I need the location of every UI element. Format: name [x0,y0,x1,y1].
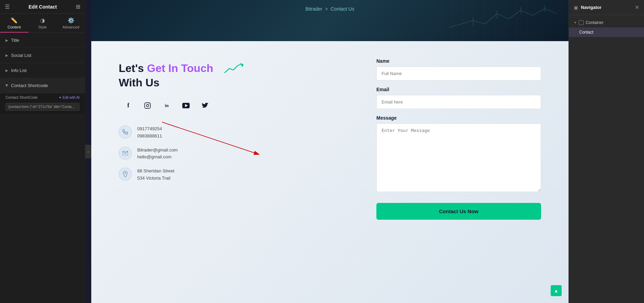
shortcode-field-row: Contact ShortCode ✦ Edit with AI [0,93,85,101]
form-group-message: Message [376,115,541,193]
facebook-icon[interactable]: f [122,99,134,112]
contact-heading: Let's Get In Touch With Us [119,62,356,89]
section-title-arrow: ▶ [5,38,8,42]
breadcrumb-home[interactable]: Bitrader [305,6,322,12]
scroll-up-button[interactable]: ▲ [551,285,562,296]
navigator-header: ▣ Navigator ✕ [569,0,644,15]
tab-content[interactable]: ✏️ Content [0,14,28,33]
advanced-tab-label: Advanced [62,25,79,29]
breadcrumb-separator: > [325,6,328,12]
phone-icon [119,125,132,138]
nav-contact-label: Contact [579,30,593,35]
name-input[interactable] [376,66,541,81]
message-label: Message [376,115,541,121]
hamburger-icon[interactable]: ☰ [5,3,10,10]
address-line2: 534 Victoria Trail [137,175,174,182]
collapse-panel-button[interactable]: ‹ [85,145,91,158]
section-title-label: Title [11,38,19,43]
email-text: Bitrader@gmail.com hello@gmail.com [137,147,178,161]
email-input[interactable] [376,95,541,109]
svg-rect-5 [145,103,151,109]
contact-title-part2: With Us [119,76,160,89]
contact-section: Let's Get In Touch With Us f in [91,41,569,303]
contact-title-part1: Let's [119,62,147,74]
section-social-list[interactable]: ▶ Social List [0,48,85,63]
message-textarea[interactable] [376,123,541,192]
phone-text: 0917749254 0983888611 [137,125,162,140]
panel-header-right-icons: ⊞ [76,3,80,10]
ai-icon: ✦ [59,96,61,99]
social-icons: f in [122,99,356,112]
section-social-arrow: ▶ [5,53,8,57]
left-contact-info: Let's Get In Touch With Us f in [119,58,356,182]
trend-icon [223,62,244,76]
advanced-tab-icon: ⚙️ [68,17,74,24]
address-text: 88 Sheridan Street 534 Victoria Trail [137,168,174,182]
tab-advanced[interactable]: ⚙️ Advanced [57,14,85,33]
style-tab-icon: ◑ [40,17,45,24]
section-info-arrow: ▶ [5,69,8,72]
submit-button[interactable]: Contact Us Now [376,203,541,220]
twitter-icon[interactable] [199,99,211,112]
navigator-close-button[interactable]: ✕ [635,4,639,11]
contact-title-highlight: Get In Touch [147,62,213,74]
info-item-email: Bitrader@gmail.com hello@gmail.com [119,147,356,161]
contact-form: Name Email Message Contact Us Now [376,58,541,220]
form-group-email: Email [376,87,541,109]
email-label: Email [376,87,541,92]
name-label: Name [376,58,541,64]
navigator-header-left: ▣ Navigator [574,5,601,10]
nav-item-container[interactable]: ▼ Container [569,18,644,27]
info-item-phone: 0917749254 0983888611 [119,125,356,140]
youtube-icon[interactable] [180,99,192,112]
info-list: 0917749254 0983888611 Bitrader@gmail.com… [119,125,356,182]
phone-line2: 0983888611 [137,133,162,140]
section-contact-shortcode[interactable]: ▶ Contact Shortcode [0,78,85,93]
section-contact-label: Contact Shortcode [11,83,48,88]
content-tab-label: Content [8,25,21,29]
breadcrumb-page[interactable]: Contact Us [330,6,354,12]
email-line2: hello@gmail.com [137,154,178,161]
section-info-list[interactable]: ▶ Info List [0,63,85,78]
nav-container-icon [579,20,584,25]
grid-icon[interactable]: ⊞ [76,3,80,10]
nav-item-contact[interactable]: Contact [569,27,644,37]
tab-bar: ✏️ Content ◑ Style ⚙️ Advanced [0,14,85,33]
shortcode-label: Contact ShortCode [5,95,38,99]
address-line1: 88 Sheridan Street [137,168,174,175]
location-icon [119,168,132,181]
info-item-address: 88 Sheridan Street 534 Victoria Trail [119,168,356,182]
form-group-name: Name [376,58,541,81]
edit-with-ai-button[interactable]: ✦ Edit with AI [59,96,80,99]
contact-shortcode-subsection: Contact ShortCode ✦ Edit with AI [contac… [0,93,85,115]
svg-point-6 [147,105,149,107]
edit-ai-label: Edit with AI [63,96,80,99]
svg-point-11 [125,172,126,174]
phone-line1: 0917749254 [137,125,162,133]
navigator-panel: ▣ Navigator ✕ ▼ Container Contact [569,0,644,303]
left-panel: ☰ Edit Contact ⊞ ✏️ Content ◑ Style ⚙️ A… [0,0,85,303]
nav-container-label: Container [586,20,604,25]
panel-header-left-icons: ☰ [5,3,10,10]
navigator-icon: ▣ [574,5,578,10]
linkedin-icon[interactable]: in [161,99,173,112]
panel-title: Edit Contact [28,4,57,10]
main-canvas: Bitrader > Contact Us Let's Get In Touch [91,0,569,303]
email-icon [119,147,132,160]
section-contact-arrow: ▶ [5,84,9,87]
section-title[interactable]: ▶ Title [0,33,85,48]
section-social-label: Social List [11,53,31,58]
nav-expand-arrow: ▼ [574,21,577,24]
email-line1: Bitrader@gmail.com [137,147,178,154]
content-tab-icon: ✏️ [11,17,17,24]
panel-header: ☰ Edit Contact ⊞ [0,0,85,14]
navigator-tree: ▼ Container Contact [569,15,644,40]
shortcode-value[interactable]: [contact-form-7 id="271c76a" title="Cont… [5,103,80,111]
tab-style[interactable]: ◑ Style [28,14,57,33]
section-info-label: Info List [11,68,27,73]
svg-point-7 [149,104,150,105]
style-tab-label: Style [38,25,47,29]
breadcrumb: Bitrader > Contact Us [305,6,354,12]
navigator-title: Navigator [581,5,601,10]
instagram-icon[interactable] [141,99,154,112]
